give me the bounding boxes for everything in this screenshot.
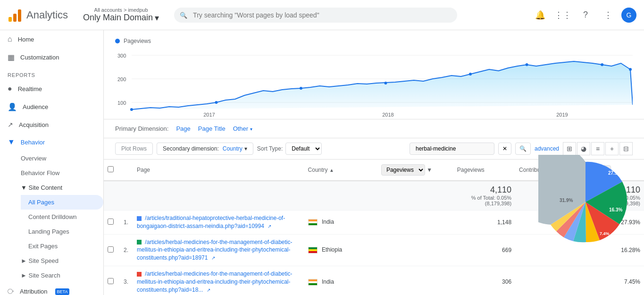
global-search-input[interactable] bbox=[174, 8, 457, 23]
more-button[interactable]: ⋮ bbox=[599, 6, 618, 25]
country-3: India bbox=[304, 266, 377, 295]
search-filter-area: ✕ 🔍 advanced ⊞ ◕ ≡ + ⊟ bbox=[410, 142, 633, 155]
custom-view-button[interactable]: ⊟ bbox=[619, 142, 633, 155]
chart-legend: Pageviews bbox=[115, 38, 633, 44]
pivot-view-button[interactable]: + bbox=[605, 142, 619, 155]
svg-text:300: 300 bbox=[117, 53, 126, 59]
page-link-1[interactable]: /articles/traditional-hepatoprotective-h… bbox=[133, 211, 304, 235]
sidebar-item-site-content[interactable]: ▼ Site Content bbox=[21, 180, 103, 195]
svg-rect-0 bbox=[8, 17, 12, 22]
domain-label: Only Main Domain bbox=[83, 13, 153, 23]
sidebar-item-behavior-flow[interactable]: Behavior Flow bbox=[21, 166, 103, 180]
pageviews-legend-dot bbox=[115, 39, 120, 43]
sidebar-label-acquisition: Acquisition bbox=[19, 121, 49, 128]
sort-type-area: Sort Type: Default bbox=[257, 143, 322, 155]
sidebar-item-overview[interactable]: Overview bbox=[21, 151, 103, 166]
total-pageviews-pct: % of Total: 0.05% (8,179,398) bbox=[457, 195, 511, 206]
sidebar-item-landing-pages[interactable]: Landing Pages bbox=[21, 224, 103, 239]
primary-dim-label: Primary Dimension: bbox=[115, 125, 168, 132]
flag-india-1 bbox=[308, 219, 318, 226]
row-checkbox-2[interactable] bbox=[108, 246, 114, 253]
sort-type-select[interactable]: Default bbox=[285, 143, 322, 155]
sidebar-label-behavior: Behavior bbox=[21, 139, 45, 146]
select-all-checkbox[interactable] bbox=[108, 166, 114, 172]
grid-view-button[interactable]: ⊞ bbox=[563, 142, 576, 155]
svg-rect-2 bbox=[18, 9, 21, 22]
svg-point-16 bbox=[469, 73, 472, 76]
app-title: Analytics bbox=[26, 9, 68, 21]
row-num-3: 3. bbox=[119, 266, 133, 295]
pageviews-header: Pageviews bbox=[453, 160, 515, 181]
page-link-2[interactable]: /articles/herbal-medicines-for-the-manag… bbox=[133, 234, 304, 266]
dim-option-other[interactable]: Other ▾ bbox=[233, 125, 252, 132]
svg-text:2017: 2017 bbox=[203, 112, 215, 118]
sidebar-label-realtime: Realtime bbox=[18, 85, 42, 93]
pageviews-metric-select[interactable]: Pageviews bbox=[381, 164, 425, 176]
page-color-2 bbox=[137, 240, 142, 244]
notifications-button[interactable]: 🔔 bbox=[531, 6, 550, 25]
sidebar-item-customization[interactable]: ▦ Customization bbox=[0, 48, 103, 67]
chevron-down-icon: ▾ bbox=[155, 13, 159, 23]
pie-label-other: 31.9% bbox=[560, 198, 573, 203]
filter-input[interactable] bbox=[410, 143, 494, 155]
analytics-logo-icon bbox=[8, 8, 23, 23]
sidebar-item-realtime[interactable]: ● Realtime bbox=[0, 80, 103, 98]
row-checkbox-3[interactable] bbox=[108, 278, 114, 284]
sidebar-item-all-pages[interactable]: All Pages bbox=[21, 195, 103, 210]
pie-label-3: 7.4% bbox=[600, 231, 610, 236]
domain-selector[interactable]: All accounts > imedpub Only Main Domain … bbox=[83, 7, 159, 23]
table-section: Page Country ▲ Pageviews bbox=[104, 160, 644, 295]
filter-apply-button[interactable]: 🔍 bbox=[515, 143, 531, 155]
realtime-icon: ● bbox=[8, 84, 12, 93]
sort-type-label: Sort Type: bbox=[257, 145, 283, 152]
home-icon: ⌂ bbox=[8, 35, 12, 43]
page-color-1 bbox=[137, 216, 142, 221]
customization-icon: ▦ bbox=[8, 53, 15, 62]
pageviews-metric-header[interactable]: Pageviews ▼ bbox=[377, 160, 453, 181]
sidebar-item-site-speed[interactable]: ► Site Speed bbox=[21, 253, 103, 268]
pie-label-1: 27.9% bbox=[608, 170, 621, 176]
pageviews-2: 669 bbox=[453, 234, 515, 266]
sidebar-item-audience[interactable]: 👤 Audience bbox=[0, 98, 103, 116]
row-checkbox-1[interactable] bbox=[108, 219, 114, 225]
pageviews-1: 1,148 bbox=[453, 211, 515, 235]
table-row: 3. /articles/herbal-medicines-for-the-ma… bbox=[104, 266, 644, 295]
sidebar-item-home[interactable]: ⌂ Home bbox=[0, 30, 103, 48]
external-link-icon-1[interactable]: ↗ bbox=[268, 224, 271, 229]
chevron-down-icon-site-content: ▼ bbox=[21, 184, 28, 191]
svg-text:2018: 2018 bbox=[382, 112, 393, 118]
sidebar-item-acquisition[interactable]: ↗ Acquisition bbox=[0, 116, 103, 133]
sidebar-item-exit-pages[interactable]: Exit Pages bbox=[21, 239, 103, 253]
country-header[interactable]: Country ▲ bbox=[304, 160, 377, 181]
table-view-button[interactable]: ≡ bbox=[591, 142, 604, 155]
search-bar: 🔍 bbox=[174, 8, 457, 23]
plot-rows-button[interactable]: Plot Rows bbox=[115, 143, 153, 155]
filter-search-button[interactable]: ✕ bbox=[498, 143, 511, 155]
sidebar-item-attribution[interactable]: ⧂ Attribution BETA bbox=[0, 283, 103, 295]
dim-option-page-title[interactable]: Page Title bbox=[198, 125, 226, 132]
external-link-icon-3[interactable]: ↗ bbox=[207, 287, 210, 293]
pageviews-3: 306 bbox=[453, 266, 515, 295]
apps-button[interactable]: ⋮⋮ bbox=[553, 6, 572, 25]
row-num-2: 2. bbox=[119, 234, 133, 266]
top-icons: 🔔 ⋮⋮ ? ⋮ G bbox=[531, 6, 636, 25]
help-button[interactable]: ? bbox=[576, 6, 595, 25]
logo-area: Analytics bbox=[8, 8, 68, 23]
sidebar-label-home: Home bbox=[18, 36, 34, 43]
external-link-icon-2[interactable]: ↗ bbox=[211, 255, 215, 261]
page-link-3[interactable]: /articles/herbal-medicines-for-the-manag… bbox=[133, 266, 304, 295]
secondary-dim-label: Secondary dimension: bbox=[163, 145, 219, 152]
sidebar-item-site-search[interactable]: ► Site Search bbox=[21, 268, 103, 283]
dim-option-page[interactable]: Page bbox=[176, 125, 190, 132]
flag-india-3 bbox=[308, 279, 318, 286]
select-all-header bbox=[104, 160, 119, 181]
sidebar-item-behavior[interactable]: ▼ Behavior bbox=[0, 133, 103, 151]
domain-button[interactable]: Only Main Domain ▾ bbox=[83, 13, 159, 23]
advanced-link[interactable]: advanced bbox=[535, 145, 559, 152]
sidebar-item-content-drilldown[interactable]: Content Drilldown bbox=[21, 210, 103, 224]
secondary-dimension-button[interactable]: Secondary dimension: Country ▾ bbox=[157, 143, 253, 155]
svg-text:200: 200 bbox=[117, 76, 126, 82]
row-num-1: 1. bbox=[119, 211, 133, 235]
avatar[interactable]: G bbox=[621, 8, 636, 23]
pie-view-button[interactable]: ◕ bbox=[577, 142, 590, 155]
